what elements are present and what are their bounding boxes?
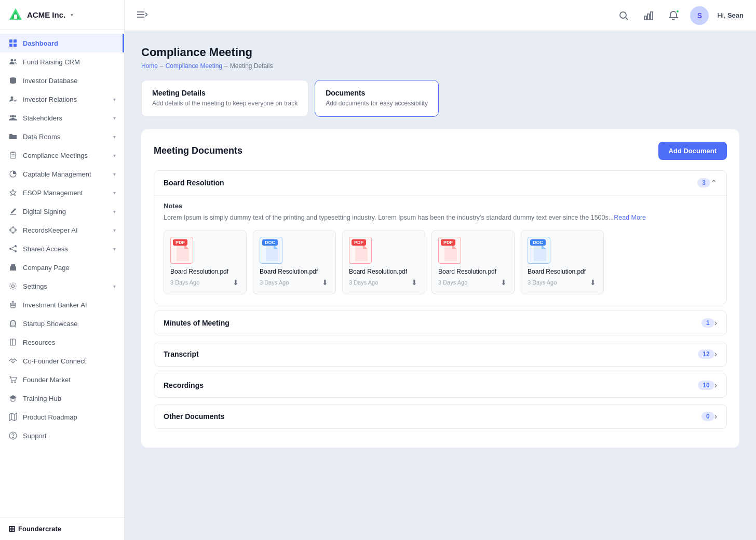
breadcrumb-separator: –	[160, 62, 164, 70]
sidebar-item-label: Compliance Meetings	[23, 152, 88, 159]
avatar: S	[690, 6, 709, 25]
sidebar-item-investor-relations[interactable]: Investor Relations ▾	[0, 90, 124, 109]
sidebar-item-label: Investor Relations	[23, 96, 77, 103]
sidebar-item-startup-showcase[interactable]: Startup Showcase	[0, 314, 124, 333]
svg-rect-6	[14, 44, 17, 47]
doc-group-transcript-header[interactable]: Transcript 12 ›	[154, 342, 726, 366]
doc-badge: DOC	[530, 239, 546, 246]
sidebar-item-stakeholders[interactable]: Stakeholders ▾	[0, 109, 124, 127]
sidebar-footer: ⊞ Foundercrate	[0, 517, 124, 540]
svg-line-33	[11, 249, 15, 251]
topbar-left	[137, 10, 147, 21]
notification-dot	[676, 9, 680, 14]
cpu-icon	[8, 225, 18, 235]
sidebar-item-compliance-meetings[interactable]: Compliance Meetings ▾	[0, 146, 124, 165]
building-icon	[8, 263, 18, 272]
sidebar-item-founder-market[interactable]: Founder Market	[0, 370, 124, 389]
breadcrumb-compliance[interactable]: Compliance Meeting	[166, 62, 222, 70]
download-button[interactable]: ⬇	[232, 277, 240, 288]
sidebar-item-dashboard[interactable]: Dashboard	[0, 34, 124, 52]
doc-group-other-name: Other Documents	[164, 412, 696, 421]
handshake-icon	[8, 356, 18, 366]
greeting-text: Hi, Sean	[717, 11, 744, 19]
pdf-badge: PDF	[352, 239, 366, 246]
svg-rect-35	[12, 268, 14, 271]
sidebar-item-label: Settings	[23, 282, 47, 290]
book-icon	[8, 338, 18, 347]
collapse-sidebar-button[interactable]	[137, 10, 147, 21]
search-icon-button[interactable]	[615, 7, 632, 24]
page-title: Compliance Meeting	[141, 46, 739, 59]
download-button[interactable]: ⬇	[589, 277, 597, 288]
sidebar-item-training-hub[interactable]: Training Hub	[0, 389, 124, 408]
sidebar-item-resources[interactable]: Resources	[0, 333, 124, 352]
sidebar-item-digital-signing[interactable]: Digital Signing ▾	[0, 202, 124, 221]
notification-icon-button[interactable]	[665, 7, 682, 24]
sidebar-item-company-page[interactable]: Company Page	[0, 258, 124, 277]
file-time: 3 Days Ago	[528, 279, 557, 286]
svg-point-12	[14, 115, 16, 117]
analytics-icon-button[interactable]	[640, 7, 657, 24]
doc-group-board-resolution-name: Board Resolution	[164, 179, 692, 187]
svg-rect-4	[14, 39, 17, 43]
doc-group-other-header[interactable]: Other Documents 0 ›	[154, 404, 726, 428]
file-card-1: PDF Board Resolution.pdf 3 Days Ago ⬇	[164, 230, 247, 294]
breadcrumb-home[interactable]: Home	[141, 62, 158, 70]
foundercrate-logo: ⊞ Foundercrate	[8, 524, 116, 534]
rocket-icon	[8, 319, 18, 328]
tab-documents[interactable]: Documents Add documents for easy accessi…	[315, 80, 439, 117]
sidebar-item-fundraising[interactable]: Fund Raising CRM	[0, 52, 124, 71]
sidebar-item-records-keeper[interactable]: RecordsKeeper AI ▾	[0, 221, 124, 239]
sidebar-item-esop[interactable]: ESOP Management ▾	[0, 183, 124, 202]
doc-group-recordings-header[interactable]: Recordings 10 ›	[154, 373, 726, 397]
file-time: 3 Days Ago	[170, 279, 199, 286]
sidebar-item-investor-database[interactable]: Investor Database	[0, 71, 124, 90]
svg-rect-3	[9, 39, 12, 43]
file-card-5: DOC Board Resolution.pdf 3 Days Ago ⬇	[521, 230, 604, 294]
file-icon-pdf: PDF	[438, 237, 461, 264]
chevron-right-icon: ›	[714, 381, 717, 390]
doc-group-minutes-header[interactable]: Minutes of Meeting 1 ›	[154, 311, 726, 335]
pdf-badge: PDF	[441, 239, 455, 246]
sidebar-item-captable[interactable]: Captable Management ▾	[0, 165, 124, 183]
svg-point-7	[11, 59, 14, 62]
question-icon	[8, 431, 18, 440]
user-name: Sean	[727, 11, 744, 19]
doc-group-board-resolution-header[interactable]: Board Resolution 3 ⌃	[154, 171, 726, 195]
content-area: Compliance Meeting Home – Compliance Mee…	[125, 31, 756, 540]
read-more-link[interactable]: Read More	[614, 214, 646, 221]
tab-documents-title: Documents	[326, 89, 428, 97]
file-name: Board Resolution.pdf	[349, 268, 419, 275]
person-check-icon	[8, 95, 18, 104]
sidebar-item-product-roadmap[interactable]: Product Roadmap	[0, 408, 124, 426]
svg-point-10	[11, 97, 14, 99]
svg-marker-45	[9, 413, 17, 421]
sidebar-item-settings[interactable]: Settings ▾	[0, 277, 124, 295]
chevron-right-icon: ›	[714, 349, 717, 359]
tab-meeting-details[interactable]: Meeting Details Add details of the meeti…	[141, 80, 308, 117]
sidebar-item-co-founder[interactable]: Co-Founder Connect	[0, 352, 124, 370]
sidebar-logo[interactable]: ACME Inc. ▾	[0, 0, 124, 30]
sidebar-item-data-rooms[interactable]: Data Rooms ▾	[0, 127, 124, 146]
database-icon	[8, 76, 18, 85]
download-button[interactable]: ⬇	[410, 277, 419, 288]
doc-group-other: Other Documents 0 ›	[154, 404, 727, 429]
sidebar-item-support[interactable]: Support	[0, 426, 124, 445]
sidebar-item-investment-banker[interactable]: Investment Banker AI	[0, 295, 124, 314]
gear-icon	[8, 281, 18, 291]
download-button[interactable]: ⬇	[321, 277, 329, 288]
doc-group-minutes-name: Minutes of Meeting	[164, 319, 696, 327]
file-time: 3 Days Ago	[260, 279, 289, 286]
section-header: Meeting Documents Add Document	[154, 142, 727, 160]
sidebar-item-shared-access[interactable]: Shared Access ▾	[0, 239, 124, 258]
add-document-button[interactable]: Add Document	[658, 142, 727, 160]
download-button[interactable]: ⬇	[500, 277, 508, 288]
file-name: Board Resolution.pdf	[528, 268, 597, 275]
file-icon-doc: DOC	[528, 237, 550, 264]
svg-rect-2	[14, 15, 17, 19]
svg-rect-57	[651, 12, 653, 20]
sidebar-item-label: Resources	[23, 339, 55, 346]
file-meta: 3 Days Ago ⬇	[349, 277, 419, 288]
map-icon	[8, 412, 18, 422]
breadcrumb-current: Meeting Details	[230, 62, 273, 70]
